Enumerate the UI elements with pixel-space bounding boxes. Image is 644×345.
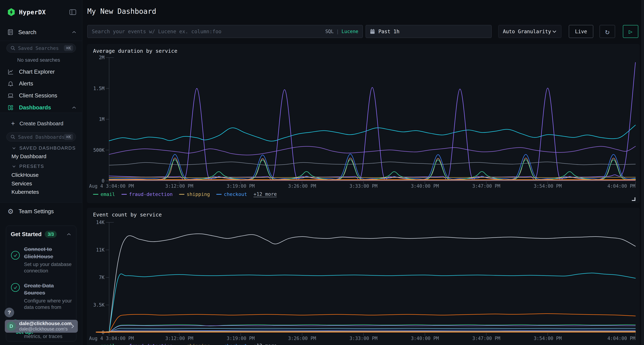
chevron-down-icon [12, 147, 16, 150]
sidebar-item-dashboards[interactable]: Dashboards [0, 102, 82, 113]
legend-more-link[interactable]: +12 more [254, 343, 277, 345]
svg-text:0: 0 [102, 178, 104, 184]
time-range-picker[interactable]: Past 1h [366, 25, 492, 38]
divider [0, 41, 82, 41]
get-started-progress-badge: 3/3 [45, 231, 57, 238]
legend-more-link[interactable]: +12 more [254, 191, 277, 197]
svg-text:Aug 4 3:04:00 PM: Aug 4 3:04:00 PM [89, 183, 134, 189]
series-unlabeled-cyan [109, 125, 636, 141]
saved-searches-search[interactable]: ⌘K [6, 44, 76, 52]
help-label: ? [8, 310, 11, 316]
client-sessions-icon [7, 93, 14, 99]
hyperdx-logo-icon [7, 8, 16, 16]
legend-item-email[interactable]: email [93, 191, 115, 197]
sidebar-item-team-settings[interactable]: ⚙ Team Settings [7, 206, 77, 217]
calendar-icon [370, 28, 375, 34]
svg-text:3:12:00 PM: 3:12:00 PM [165, 183, 194, 189]
sidebar-item-chart-explorer[interactable]: Chart Explorer [0, 66, 82, 78]
legend-label: email [100, 191, 115, 197]
get-started-item[interactable]: Connect to ClickHouse Set up your databa… [11, 246, 72, 274]
sidebar-item-search[interactable]: Search [7, 27, 77, 37]
legend-label: shipping [186, 343, 210, 345]
get-started-item[interactable]: Create Data Sources Configure where your… [11, 282, 72, 311]
saved-dashboards-input[interactable] [18, 134, 64, 140]
legend-item-shipping[interactable]: shipping [179, 191, 210, 197]
shortcut-badge: ⌘K [64, 45, 73, 51]
check-circle-icon [11, 251, 20, 274]
granularity-select[interactable]: Auto Granularity [498, 25, 561, 38]
live-button[interactable]: Live [569, 25, 593, 38]
legend-item-email[interactable]: email [93, 343, 115, 345]
lang-divider: | [336, 29, 339, 34]
sidebar-item-label: Search [18, 29, 36, 35]
legend-label: fraud-detection [129, 343, 173, 345]
chevron-up-icon [72, 30, 77, 34]
sql-toggle[interactable]: SQL [325, 29, 334, 34]
search-icon [10, 134, 16, 140]
chevron-up-icon[interactable] [66, 233, 72, 236]
chevron-right-icon [71, 323, 74, 329]
search-section-icon [7, 29, 14, 35]
refresh-icon: ↻ [605, 27, 610, 36]
chevron-down-icon [12, 165, 16, 168]
svg-text:3:26:00 PM: 3:26:00 PM [288, 336, 316, 341]
legend-swatch [122, 194, 127, 195]
svg-text:3:54:00 PM: 3:54:00 PM [534, 183, 562, 189]
create-dashboard-button[interactable]: + Create Dashboard [11, 119, 63, 128]
create-dashboard-label: Create Dashboard [20, 120, 63, 127]
legend-swatch [93, 194, 98, 195]
live-label: Live [575, 28, 587, 34]
refresh-button[interactable]: ↻ [600, 25, 615, 38]
chart-legend: emailfraud-detectionshippingcheckout+12 … [87, 343, 640, 345]
saved-searches-input[interactable] [18, 45, 64, 51]
sidebar-item-alerts[interactable]: Alerts [0, 78, 82, 89]
svg-text:4:04:00 PM: 4:04:00 PM [607, 336, 636, 341]
svg-text:3:47:00 PM: 3:47:00 PM [472, 183, 500, 189]
series-shipping [109, 177, 636, 178]
svg-text:3:26:00 PM: 3:26:00 PM [288, 183, 316, 189]
chart-panel-event-count[interactable]: Event count by service 14K11K7K3.5K0Aug … [87, 208, 640, 345]
lucene-toggle[interactable]: Lucene [342, 29, 358, 34]
legend-item-shipping[interactable]: shipping [179, 343, 210, 345]
svg-text:1M: 1M [99, 117, 104, 122]
svg-text:7K: 7K [99, 275, 105, 280]
legend-label: fraud-detection [129, 191, 173, 197]
svg-text:500K: 500K [93, 147, 104, 153]
sidebar-item-client-sessions[interactable]: Client Sessions [0, 90, 82, 101]
resize-handle-icon[interactable] [632, 197, 636, 201]
event-count-chart[interactable]: 14K11K7K3.5K0Aug 4 3:04:00 PM3:12:00 PM3… [87, 218, 640, 342]
svg-text:3:19:00 PM: 3:19:00 PM [227, 336, 255, 341]
legend-item-fraud-detection[interactable]: fraud-detection [122, 191, 173, 197]
sidebar-item-services[interactable]: Services [12, 180, 32, 188]
svg-text:4:04:00 PM: 4:04:00 PM [607, 183, 636, 189]
sidebar-item-kubernetes[interactable]: Kubernetes [12, 188, 39, 196]
saved-dashboards-section-header[interactable]: SAVED DASHBOARDS [12, 145, 76, 151]
help-button[interactable]: ? [4, 308, 14, 317]
event-search-bar[interactable]: SQL | Lucene [87, 25, 363, 38]
series-unlabeled-orange [109, 314, 636, 332]
sidebar-collapse-icon[interactable] [69, 8, 77, 16]
legend-item-fraud-detection[interactable]: fraud-detection [122, 343, 173, 345]
play-button[interactable]: ▷ [623, 25, 638, 38]
avg-duration-chart[interactable]: 2M1.5M1M500K0Aug 4 3:04:00 PM3:12:00 PM3… [87, 54, 640, 190]
user-team: dale@clickhouse.com's [19, 327, 71, 332]
user-account-button[interactable]: D dale@clickhouse.com dale@clickhouse.co… [5, 320, 78, 333]
get-started-title: Get Started [11, 231, 42, 238]
svg-text:3:40:00 PM: 3:40:00 PM [411, 336, 439, 341]
legend-item-checkout[interactable]: checkout [216, 191, 247, 197]
event-search-input[interactable] [92, 28, 325, 34]
legend-swatch [216, 194, 222, 195]
chart-panel-avg-duration[interactable]: Average duration by service 2M1.5M1M500K… [87, 44, 640, 203]
legend-label: email [100, 343, 115, 345]
sidebar-item-my-dashboard[interactable]: My Dashboard [12, 152, 46, 160]
search-icon [10, 45, 16, 51]
legend-swatch [179, 194, 184, 195]
saved-dashboards-search[interactable]: ⌘K [6, 132, 76, 141]
sidebar-item-clickhouse[interactable]: ClickHouse [12, 171, 39, 179]
presets-section-header[interactable]: PRESETS [12, 164, 44, 169]
legend-label: checkout [224, 191, 247, 197]
chevron-down-icon [552, 30, 557, 33]
scrollbar[interactable] [641, 0, 644, 345]
dashboards-grid-icon [8, 105, 14, 111]
legend-item-checkout[interactable]: checkout [216, 343, 247, 345]
